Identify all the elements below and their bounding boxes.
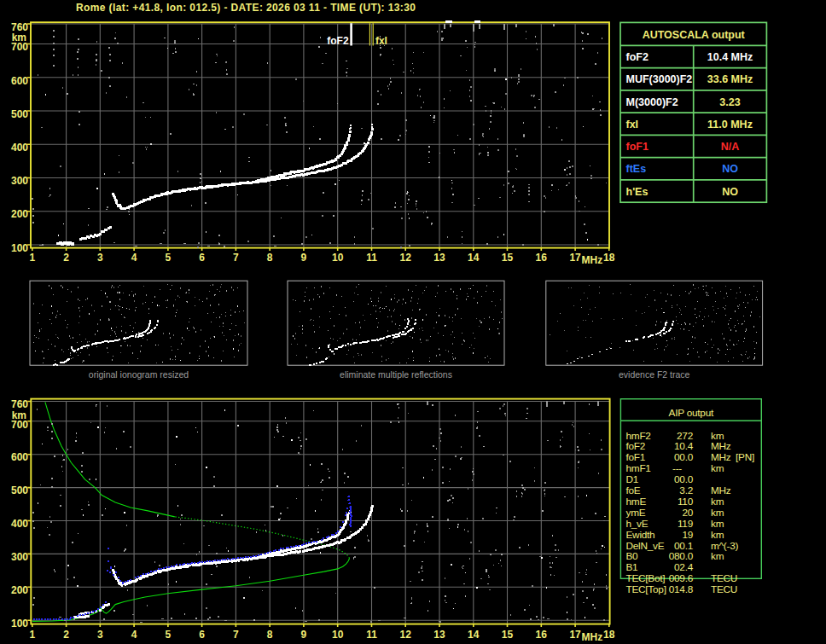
svg-text:TEC[Top]: TEC[Top] [626, 583, 666, 595]
svg-text:AUTOSCALA output: AUTOSCALA output [643, 29, 746, 41]
svg-text:eliminate multiple reflections: eliminate multiple reflections [340, 369, 452, 380]
svg-text:2: 2 [63, 629, 69, 641]
svg-text:km: km [12, 409, 26, 421]
svg-text:B1: B1 [626, 561, 638, 573]
svg-text:12: 12 [400, 252, 412, 264]
svg-text:200: 200 [11, 584, 28, 596]
svg-text:02.4: 02.4 [674, 561, 694, 573]
svg-text:20: 20 [682, 507, 693, 519]
svg-text:300: 300 [11, 551, 28, 563]
svg-text:8: 8 [267, 629, 273, 641]
svg-text:3: 3 [97, 629, 103, 641]
svg-text:4: 4 [131, 629, 137, 641]
svg-text:500: 500 [11, 484, 28, 496]
svg-text:1: 1 [29, 252, 35, 264]
svg-text:100: 100 [11, 242, 28, 254]
svg-text:N/A: N/A [721, 141, 740, 153]
svg-text:080.0: 080.0 [669, 550, 694, 562]
svg-text:11: 11 [366, 629, 377, 641]
svg-text:1: 1 [29, 629, 35, 641]
svg-text:h'Es: h'Es [626, 186, 649, 198]
svg-text:km: km [711, 496, 724, 508]
svg-text:Ewidth: Ewidth [626, 529, 655, 541]
svg-text:D1: D1 [626, 473, 639, 485]
svg-text:MHz: MHz [711, 484, 731, 496]
svg-text:200: 200 [11, 208, 28, 220]
svg-text:M(3000)F2: M(3000)F2 [626, 96, 678, 108]
svg-text:3: 3 [97, 252, 103, 264]
svg-text:MUF(3000)F2: MUF(3000)F2 [626, 73, 693, 85]
svg-text:5: 5 [166, 629, 172, 641]
svg-text:[PN]: [PN] [736, 451, 754, 463]
svg-text:18: 18 [603, 629, 615, 641]
svg-text:600: 600 [11, 451, 28, 463]
svg-text:16: 16 [536, 252, 548, 264]
svg-text:4: 4 [131, 252, 137, 264]
svg-text:33.6 MHz: 33.6 MHz [707, 73, 753, 85]
svg-text:15: 15 [502, 252, 514, 264]
svg-text:13: 13 [433, 629, 445, 641]
svg-text:foF2: foF2 [626, 440, 646, 452]
svg-text:foE: foE [626, 484, 641, 496]
svg-text:15: 15 [502, 629, 514, 641]
svg-text:5: 5 [166, 252, 172, 264]
svg-text:B0: B0 [626, 550, 639, 562]
svg-text:Rome (lat: +41.8, lon: 012.5): Rome (lat: +41.8, lon: 012.5) - DATE: 20… [76, 2, 416, 14]
svg-text:fxI: fxI [626, 119, 639, 131]
svg-text:100: 100 [11, 618, 28, 629]
svg-text:original ionogram resized: original ionogram resized [89, 369, 189, 380]
svg-text:14: 14 [468, 629, 480, 641]
svg-text:km: km [711, 529, 724, 541]
svg-text:16: 16 [536, 629, 548, 641]
svg-text:10.4 MHz: 10.4 MHz [707, 51, 753, 63]
svg-text:13: 13 [433, 252, 445, 264]
svg-text:hmF2: hmF2 [626, 430, 651, 442]
svg-text:h_vE: h_vE [626, 518, 649, 530]
svg-text:foF2: foF2 [327, 35, 349, 47]
svg-text:7: 7 [233, 629, 239, 641]
svg-text:6: 6 [199, 252, 205, 264]
svg-text:TECU: TECU [711, 583, 737, 595]
svg-text:18: 18 [603, 252, 615, 264]
svg-text:---: --- [672, 462, 682, 474]
svg-text:foF1: foF1 [626, 141, 649, 153]
svg-text:NO: NO [722, 186, 738, 198]
svg-text:014.8: 014.8 [669, 583, 694, 595]
svg-text:00.0: 00.0 [674, 451, 694, 463]
svg-text:km: km [711, 507, 724, 519]
svg-text:MHz: MHz [582, 254, 603, 266]
svg-text:8: 8 [267, 252, 273, 264]
svg-text:foF2: foF2 [626, 51, 649, 63]
svg-text:evidence F2 trace: evidence F2 trace [619, 369, 690, 380]
svg-text:ftEs: ftEs [626, 163, 647, 175]
svg-text:300: 300 [11, 175, 28, 187]
svg-text:2: 2 [63, 252, 69, 264]
svg-text:400: 400 [11, 142, 28, 154]
svg-text:9: 9 [301, 252, 307, 264]
svg-text:400: 400 [11, 518, 28, 530]
svg-text:km: km [711, 462, 724, 474]
svg-text:6: 6 [199, 629, 205, 641]
svg-text:TEC[Bot]: TEC[Bot] [626, 572, 666, 584]
svg-text:119: 119 [678, 518, 693, 530]
svg-text:17: 17 [569, 629, 581, 641]
svg-text:3.2: 3.2 [679, 484, 693, 496]
svg-text:110: 110 [678, 496, 694, 508]
svg-text:m^(-3): m^(-3) [711, 540, 739, 552]
svg-text:10.4: 10.4 [674, 440, 694, 452]
svg-text:17: 17 [569, 252, 581, 264]
svg-text:272: 272 [677, 430, 693, 442]
svg-text:500: 500 [11, 108, 28, 120]
svg-text:600: 600 [11, 75, 28, 87]
svg-text:00.1: 00.1 [674, 540, 693, 552]
svg-text:NO: NO [722, 163, 738, 175]
svg-text:hmF1: hmF1 [626, 462, 651, 474]
svg-text:MHz: MHz [582, 631, 603, 643]
svg-text:MHz: MHz [711, 451, 731, 463]
svg-text:km: km [711, 430, 724, 442]
svg-text:AIP output: AIP output [669, 407, 714, 419]
svg-text:11: 11 [366, 252, 377, 264]
svg-text:12: 12 [400, 629, 412, 641]
svg-text:10: 10 [332, 252, 344, 264]
svg-text:TECU: TECU [711, 572, 737, 584]
